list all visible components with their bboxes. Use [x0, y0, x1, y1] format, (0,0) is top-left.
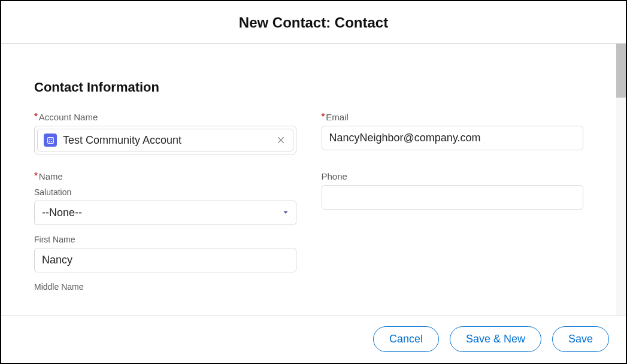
email-label: Email	[322, 112, 584, 122]
svg-rect-3	[49, 141, 50, 142]
account-name-field: Account Name Test Community Account	[34, 112, 296, 154]
salutation-text: --None--	[42, 207, 82, 219]
email-field[interactable]	[322, 126, 584, 150]
salutation-field-group: Salutation --None--	[34, 187, 296, 225]
scrollbar-track[interactable]	[616, 44, 626, 315]
salutation-value: --None--	[34, 201, 296, 225]
first-name-field[interactable]	[34, 248, 296, 272]
account-name-pill: Test Community Account	[37, 129, 293, 151]
first-name-label: First Name	[34, 235, 296, 244]
svg-rect-4	[51, 141, 52, 142]
salutation-select[interactable]: --None--	[34, 201, 296, 225]
account-name-label: Account Name	[34, 112, 296, 122]
modal-header: New Contact: Contact	[1, 1, 626, 44]
modal-footer: Cancel Save & New Save	[1, 315, 626, 363]
svg-rect-1	[49, 138, 50, 139]
svg-rect-0	[47, 137, 53, 143]
account-name-value: Test Community Account	[63, 134, 275, 147]
scrollbar-thumb[interactable]	[616, 44, 626, 98]
account-icon	[44, 134, 57, 147]
modal-body-wrap: Contact Information Account Name Test Co…	[1, 44, 626, 315]
form-grid: Account Name Test Community Account	[34, 112, 583, 295]
salutation-label: Salutation	[34, 187, 296, 197]
middle-name-field-group: Middle Name	[34, 282, 296, 292]
cancel-button[interactable]: Cancel	[373, 326, 439, 352]
modal-body[interactable]: Contact Information Account Name Test Co…	[1, 44, 616, 315]
account-name-lookup[interactable]: Test Community Account	[34, 126, 296, 154]
save-button[interactable]: Save	[552, 326, 609, 352]
middle-name-label: Middle Name	[34, 282, 296, 292]
phone-field-group: Phone	[322, 171, 584, 210]
new-contact-modal: New Contact: Contact Contact Information…	[0, 0, 627, 364]
phone-label: Phone	[322, 171, 584, 181]
first-name-field-group: First Name	[34, 235, 296, 272]
name-label: Name	[34, 171, 296, 181]
email-field-group: Email	[322, 112, 584, 150]
save-and-new-button[interactable]: Save & New	[450, 326, 541, 352]
modal-title: New Contact: Contact	[1, 14, 626, 31]
section-title: Contact Information	[34, 80, 583, 95]
phone-field[interactable]	[322, 185, 584, 210]
account-name-clear[interactable]	[275, 134, 287, 146]
name-field-group: Name Salutation --None--	[34, 171, 296, 295]
svg-rect-2	[51, 138, 52, 139]
